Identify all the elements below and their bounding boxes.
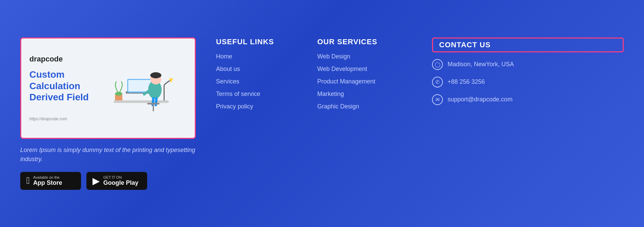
illustration-svg (107, 54, 175, 122)
play-icon: ▶ (92, 175, 100, 186)
contact-phone-item: ✆ +88 256 3256 (432, 77, 624, 87)
brand-illustration (96, 54, 187, 122)
phone-icon: ✆ (432, 77, 443, 87)
contact-heading-wrapper: CONTACT US (432, 37, 624, 52)
services-list: Web Design Web Development Product Manag… (317, 53, 412, 110)
contact-email-item: ✉ support@drapcode.com (432, 94, 624, 105)
useful-links-list: Home About us Services Terms of service … (216, 53, 297, 110)
apple-icon:  (26, 175, 30, 186)
brand-title: CustomCalculationDerived Field (29, 69, 89, 103)
brand-text-area: drapcode CustomCalculationDerived Field … (29, 55, 89, 121)
our-services-column: OUR SERVICES Web Design Web Development … (317, 37, 412, 110)
google-play-small-text: GET IT ON (103, 175, 138, 179)
our-services-heading: OUR SERVICES (317, 37, 412, 46)
google-play-badge[interactable]: ▶ GET IT ON Google Play (86, 172, 147, 190)
service-product-mgmt[interactable]: Product Management (317, 78, 375, 85)
location-icon: ◯ (432, 59, 443, 70)
brand-tagline: Lorem Ipsum is simply dummy text of the … (20, 146, 196, 164)
svg-point-6 (150, 72, 161, 78)
list-item: About us (216, 66, 297, 73)
list-item: Services (216, 78, 297, 85)
brand-url: https://drapcode.com (29, 117, 89, 121)
link-home[interactable]: Home (216, 53, 232, 60)
contact-us-heading: CONTACT US (439, 41, 617, 49)
footer: drapcode CustomCalculationDerived Field … (0, 24, 644, 203)
svg-rect-3 (128, 80, 151, 92)
contact-email-text: support@drapcode.com (448, 96, 512, 103)
list-item: Marketing (317, 91, 412, 98)
list-item: Privacy policy (216, 103, 297, 110)
brand-logo: drapcode (29, 55, 89, 64)
service-web-design[interactable]: Web Design (317, 53, 350, 60)
app-badges-row:  Available on the App Store ▶ GET IT ON… (20, 172, 196, 190)
service-marketing[interactable]: Marketing (317, 91, 344, 97)
brand-column: drapcode CustomCalculationDerived Field … (20, 37, 196, 190)
brand-image-card: drapcode CustomCalculationDerived Field … (20, 37, 196, 139)
app-store-badge[interactable]:  Available on the App Store (20, 172, 81, 190)
google-play-large-text: Google Play (103, 179, 138, 186)
list-item: Web Design (317, 53, 412, 60)
contact-items-list: ◯ Madison, NewYork, USA ✆ +88 256 3256 ✉… (432, 59, 624, 105)
google-play-text: GET IT ON Google Play (103, 175, 138, 186)
link-about[interactable]: About us (216, 66, 240, 72)
contact-phone-text: +88 256 3256 (448, 78, 485, 85)
app-store-small-text: Available on the (33, 175, 62, 179)
contact-address-item: ◯ Madison, NewYork, USA (432, 59, 624, 70)
contact-address-text: Madison, NewYork, USA (448, 61, 514, 68)
svg-point-13 (115, 92, 123, 95)
list-item: Graphic Design (317, 103, 412, 110)
link-privacy[interactable]: Privacy policy (216, 103, 253, 110)
useful-links-column: USEFUL LINKS Home About us Services Term… (216, 37, 297, 110)
list-item: Terms of service (216, 91, 297, 98)
logo-drag: drapc (29, 55, 50, 63)
app-store-text: Available on the App Store (33, 175, 62, 186)
useful-links-heading: USEFUL LINKS (216, 37, 297, 46)
link-services[interactable]: Services (216, 78, 239, 85)
svg-rect-10 (147, 103, 159, 104)
list-item: Web Development (317, 66, 412, 73)
email-icon: ✉ (432, 94, 443, 105)
service-web-dev[interactable]: Web Development (317, 66, 367, 72)
service-graphic-design[interactable]: Graphic Design (317, 103, 359, 110)
list-item: Product Management (317, 78, 412, 85)
link-terms[interactable]: Terms of service (216, 91, 260, 97)
logo-code: ode (50, 55, 63, 63)
svg-rect-0 (113, 100, 169, 103)
app-store-large-text: App Store (33, 179, 62, 186)
list-item: Home (216, 53, 297, 60)
contact-us-column: CONTACT US ◯ Madison, NewYork, USA ✆ +88… (432, 37, 624, 105)
